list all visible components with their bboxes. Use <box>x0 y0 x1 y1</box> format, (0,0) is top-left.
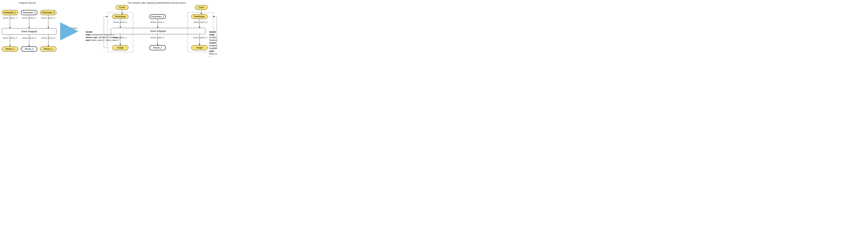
annot-left-et: : inherited from Parameter_1 <box>97 36 120 38</box>
subgraph-orig-label: Some Subgraph <box>21 30 37 33</box>
assign2-label: Assign <box>196 46 203 49</box>
makesteful-label: MakeStateful <box>65 27 78 30</box>
left-title: Original network <box>1 1 54 4</box>
result2-orig-node: Result_2 <box>21 46 37 52</box>
edge1-trans-label: tensor_name_1 <box>111 21 130 23</box>
edge5-trans-label: tensor_name_5 <box>149 36 166 39</box>
assign1-node: Assign <box>112 45 128 50</box>
readval2-label: ReadValue <box>194 15 205 18</box>
param2-trans-node: Parameter_2 <box>149 14 166 19</box>
result1-node: Result_1 <box>2 46 18 52</box>
const2-label: Const <box>198 6 204 9</box>
param2-trans-label: Parameter_2 <box>151 15 164 18</box>
svg-marker-7 <box>63 29 76 34</box>
const1-label: Const <box>119 6 125 9</box>
annot-left-name: : tensor_name_1 + tensor_name_4 <box>90 39 119 41</box>
edge1-orig-label: tensor_name_1 <box>2 17 18 19</box>
edge3-trans-label: tensor_name_3 <box>191 21 210 23</box>
param3-node: Parameter_3 <box>40 10 57 15</box>
edge3-orig-label: tensor_name_3 <box>40 17 57 19</box>
readval1-node: ReadValue <box>112 14 128 19</box>
diagram-container: Original network The network after apply… <box>0 0 217 58</box>
result2-trans-label: Result_2 <box>153 46 162 49</box>
subgraph-orig-node: Some Subgraph <box>2 28 57 35</box>
subgraph-trans-node: Some Subgraph <box>111 28 206 34</box>
subgraph-trans-label: Some Subgraph <box>150 30 166 32</box>
annotation-right: Variable shape: inherited from Parameter… <box>209 31 217 58</box>
edge4-orig-label: tensor_name_4 <box>2 37 18 39</box>
edge5-orig-label: tensor_name_5 <box>21 37 37 39</box>
readval2-node: ReadValue <box>191 14 208 19</box>
edge6-orig-label: tensor_name_6 <box>40 37 57 39</box>
annotation-left: Variable shape: inherited from Parameter… <box>86 31 120 41</box>
edge2-trans-label: tensor_name_2 <box>149 21 166 23</box>
param3-label: Parameter_3 <box>42 11 55 14</box>
assign2-node: Assign <box>191 45 208 50</box>
right-title: The network after applying MakeStateful … <box>100 1 213 4</box>
annot-right-variable: Variable <box>209 31 216 33</box>
annot-left-variable: Variable <box>86 31 93 33</box>
param1-node: Parameter_1 <box>2 10 18 15</box>
result2-trans-node: Result_2 <box>149 45 166 50</box>
result2-orig-label: Result_2 <box>25 48 33 50</box>
assign1-label: Assign <box>117 46 124 49</box>
const2-node: Const <box>195 5 208 10</box>
edge2-orig-label: tensor_name_2 <box>21 17 37 19</box>
param2-node: Parameter_2 <box>21 10 37 15</box>
annot-left-shape: : inherited from Parameter_1 <box>91 34 114 36</box>
result1-label: Result_1 <box>6 48 14 50</box>
edge6-trans-label: tensor_name_6 <box>191 36 209 39</box>
readval1-label: ReadValue <box>115 15 126 18</box>
result3-node: Result_3 <box>40 46 57 52</box>
param1-label: Parameter_1 <box>4 11 16 14</box>
result3-label: Result_3 <box>44 48 53 50</box>
param2-label: Parameter_2 <box>23 11 35 14</box>
const1-node: Const <box>116 5 128 10</box>
